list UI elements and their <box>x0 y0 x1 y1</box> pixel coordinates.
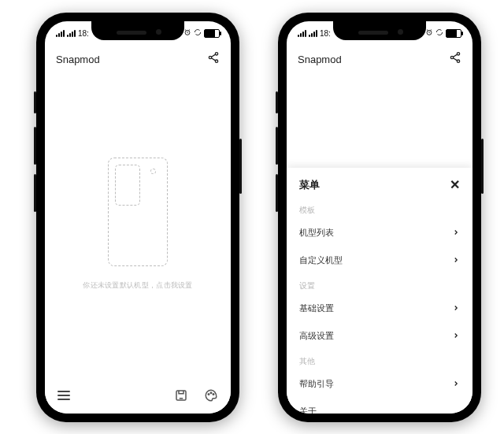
chevron-right-icon <box>452 380 460 389</box>
close-icon[interactable]: ✕ <box>450 177 460 192</box>
battery-icon <box>204 29 220 38</box>
device-mockup-menu-open: 18: Snapmod 菜单 ✕ <box>278 13 481 422</box>
svg-point-2 <box>209 56 211 58</box>
menu-item-device-list[interactable]: 机型列表 <box>287 219 472 247</box>
app-title: Snapmod <box>298 54 342 65</box>
menu-button[interactable] <box>57 391 70 400</box>
chevron-right-icon <box>452 304 460 313</box>
signal-icon <box>298 30 306 37</box>
device-notch <box>91 21 184 40</box>
device-notch <box>333 21 426 40</box>
svg-point-3 <box>215 60 217 62</box>
hamburger-icon <box>57 391 70 400</box>
menu-section-settings: 设置 <box>287 274 472 295</box>
sync-icon <box>194 28 202 38</box>
placeholder-device-icon <box>108 158 168 266</box>
share-icon[interactable] <box>449 51 461 67</box>
menu-title: 菜单 <box>299 178 320 192</box>
chevron-right-icon <box>452 228 460 238</box>
side-button <box>34 91 36 113</box>
empty-state-hint: 你还未设置默认机型，点击我设置 <box>83 280 193 291</box>
svg-point-7 <box>213 394 214 395</box>
save-button[interactable] <box>174 388 188 402</box>
alarm-icon <box>183 28 191 38</box>
menu-section-other: 其他 <box>287 350 472 370</box>
svg-point-10 <box>450 56 453 58</box>
menu-section-templates: 模板 <box>287 198 472 219</box>
bottom-toolbar <box>45 377 231 414</box>
side-button <box>34 174 36 212</box>
save-icon <box>174 388 188 402</box>
status-time: 18: <box>78 29 89 38</box>
battery-icon <box>446 29 461 38</box>
app-bar: Snapmod <box>287 45 472 73</box>
menu-item-advanced-settings[interactable]: 高级设置 <box>287 322 472 350</box>
side-button <box>34 127 36 165</box>
svg-point-9 <box>457 53 459 55</box>
side-button <box>276 91 278 113</box>
side-button <box>276 174 278 212</box>
side-button <box>239 139 242 194</box>
menu-item-label: 机型列表 <box>299 227 334 239</box>
wifi-signal-icon <box>67 30 76 37</box>
menu-item-label: 帮助引导 <box>299 378 334 390</box>
menu-sheet: 菜单 ✕ 模板 机型列表 自定义机型 设置 基础设置 <box>287 168 472 414</box>
menu-item-label: 自定义机型 <box>299 254 343 266</box>
app-title: Snapmod <box>56 54 100 65</box>
app-bar: Snapmod <box>45 45 231 73</box>
menu-item-label: 关于 <box>299 406 317 414</box>
sync-icon <box>435 28 443 38</box>
share-icon[interactable] <box>207 51 220 67</box>
menu-item-about[interactable]: 关于 <box>287 398 472 414</box>
svg-point-1 <box>215 53 217 55</box>
menu-item-label: 高级设置 <box>299 330 334 342</box>
side-button <box>276 127 278 165</box>
side-button <box>481 139 484 194</box>
menu-item-basic-settings[interactable]: 基础设置 <box>287 295 472 322</box>
alarm-icon <box>425 28 433 38</box>
svg-point-11 <box>457 60 459 62</box>
menu-item-label: 基础设置 <box>299 302 334 314</box>
device-mockup-empty-state: 18: Snapmod <box>36 13 239 422</box>
empty-state[interactable]: 你还未设置默认机型，点击我设置 <box>45 73 231 414</box>
menu-item-help-guide[interactable]: 帮助引导 <box>287 370 472 398</box>
signal-icon <box>56 30 65 37</box>
menu-item-custom-device[interactable]: 自定义机型 <box>287 247 472 274</box>
palette-button[interactable] <box>204 388 218 402</box>
svg-point-5 <box>208 394 209 395</box>
status-time: 18: <box>320 29 331 38</box>
palette-icon <box>204 388 218 402</box>
svg-point-6 <box>210 392 212 394</box>
chevron-right-icon <box>452 332 460 341</box>
chevron-right-icon <box>452 256 460 265</box>
wifi-signal-icon <box>309 30 317 37</box>
